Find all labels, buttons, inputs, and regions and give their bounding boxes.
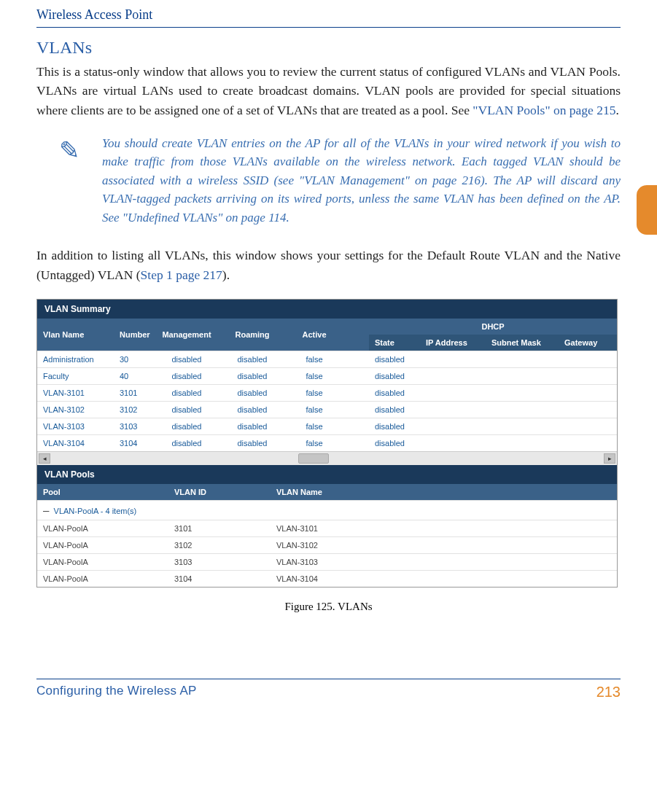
table-row[interactable]: VLAN-3104 3104 disabled disabled false d… [37, 434, 617, 451]
th-ip[interactable]: IP Address [420, 335, 486, 351]
cell-roaming: disabled [219, 418, 285, 434]
cell-pool: VLAN-PoolA [37, 520, 168, 536]
cell-mgmt: disabled [154, 418, 219, 434]
pool-group-row[interactable]: — VLAN-PoolA - 4 item(s) [37, 500, 617, 520]
th-roaming[interactable]: Roaming [219, 319, 285, 351]
intro-link[interactable]: "VLAN Pools" on page 215 [473, 103, 615, 117]
th-number[interactable]: Number [114, 319, 154, 351]
cell-vlanname: VLAN-3103 [271, 553, 617, 570]
cell-active: false [285, 401, 343, 418]
pencil-icon: ✎ [36, 134, 102, 227]
vlan-screenshot: VLAN Summary Vlan Name Number Management… [36, 299, 618, 587]
vlan-pools-table: Pool VLAN ID VLAN Name — VLAN-PoolA - 4 … [37, 484, 617, 587]
figure-caption: Figure 125. VLANs [36, 601, 621, 613]
cell-gateway [559, 384, 617, 401]
cell-gateway [559, 401, 617, 418]
table-row[interactable]: Administration 30 disabled disabled fals… [37, 351, 617, 367]
running-header: Wireless Access Point [36, 7, 621, 23]
scrollbar-left-arrow-icon[interactable]: ◂ [39, 453, 50, 464]
th-management[interactable]: Management [154, 319, 219, 351]
cell-active: false [285, 384, 343, 401]
cell-subnet [486, 367, 559, 384]
cell-active: false [285, 434, 343, 451]
th-poolname[interactable]: VLAN Name [271, 484, 617, 501]
note-block: ✎ You should create VLAN entries on the … [36, 134, 621, 227]
table-row[interactable]: VLAN-3101 3101 disabled disabled false d… [37, 384, 617, 401]
cell-mgmt: disabled [154, 367, 219, 384]
cell-name: VLAN-3101 [37, 384, 114, 401]
cell-vlanid: 3101 [168, 520, 271, 536]
table-row[interactable]: VLAN-3103 3103 disabled disabled false d… [37, 418, 617, 434]
cell-name: VLAN-3103 [37, 418, 114, 434]
middle-link[interactable]: Step 1 page 217 [141, 268, 222, 282]
cell-roaming: disabled [219, 367, 285, 384]
scrollbar-thumb[interactable] [298, 453, 329, 464]
intro-text-post: . [615, 103, 618, 117]
cell-number: 3101 [114, 384, 154, 401]
cell-gateway [559, 418, 617, 434]
middle-text-pre: In addition to listing all VLANs, this w… [36, 248, 621, 281]
cell-spacer [343, 401, 369, 418]
cell-vlanname: VLAN-3102 [271, 536, 617, 553]
cell-gateway [559, 367, 617, 384]
cell-number: 40 [114, 367, 154, 384]
cell-active: false [285, 351, 343, 367]
cell-subnet [486, 401, 559, 418]
cell-subnet [486, 351, 559, 367]
cell-gateway [559, 351, 617, 367]
note-text: You should create VLAN entries on the AP… [102, 134, 621, 227]
cell-state: disabled [369, 401, 420, 418]
cell-spacer [343, 351, 369, 367]
cell-roaming: disabled [219, 434, 285, 451]
middle-text-post: ). [222, 268, 230, 282]
cell-spacer [343, 434, 369, 451]
cell-pool: VLAN-PoolA [37, 570, 168, 587]
cell-number: 3103 [114, 418, 154, 434]
cell-ip [420, 401, 486, 418]
cell-state: disabled [369, 418, 420, 434]
cell-number: 3102 [114, 401, 154, 418]
footer-section-name: Configuring the Wireless AP [36, 684, 197, 700]
table-row[interactable]: VLAN-PoolA 3104 VLAN-3104 [37, 570, 617, 587]
cell-vlanid: 3102 [168, 536, 271, 553]
side-tab [637, 185, 657, 235]
cell-subnet [486, 418, 559, 434]
table-row[interactable]: Faculty 40 disabled disabled false disab… [37, 367, 617, 384]
cell-gateway [559, 434, 617, 451]
th-vlanid[interactable]: VLAN ID [168, 484, 271, 501]
cell-ip [420, 384, 486, 401]
th-gateway[interactable]: Gateway [559, 335, 617, 351]
th-dhcp[interactable]: DHCP [369, 319, 617, 335]
cell-mgmt: disabled [154, 384, 219, 401]
middle-paragraph: In addition to listing all VLANs, this w… [36, 246, 621, 284]
intro-paragraph: This is a status-only window that allows… [36, 62, 621, 120]
cell-spacer [343, 384, 369, 401]
th-subnet[interactable]: Subnet Mask [486, 335, 559, 351]
th-state[interactable]: State [369, 335, 420, 351]
cell-spacer [343, 367, 369, 384]
cell-state: disabled [369, 351, 420, 367]
cell-state: disabled [369, 434, 420, 451]
cell-state: disabled [369, 384, 420, 401]
cell-roaming: disabled [219, 384, 285, 401]
table-row[interactable]: VLAN-PoolA 3102 VLAN-3102 [37, 536, 617, 553]
table-row[interactable]: VLAN-PoolA 3103 VLAN-3103 [37, 553, 617, 570]
cell-name: Administration [37, 351, 114, 367]
th-active[interactable]: Active [285, 319, 343, 351]
cell-name: VLAN-3104 [37, 434, 114, 451]
horizontal-scrollbar[interactable]: ◂ ▸ [37, 451, 617, 465]
th-vlan-name[interactable]: Vlan Name [37, 319, 114, 351]
th-pool[interactable]: Pool [37, 484, 168, 501]
cell-state: disabled [369, 367, 420, 384]
vlan-pools-title: VLAN Pools [37, 465, 617, 484]
vlan-summary-title: VLAN Summary [37, 300, 617, 319]
cell-active: false [285, 367, 343, 384]
footer: Configuring the Wireless AP 213 [36, 679, 621, 700]
cell-ip [420, 434, 486, 451]
table-row[interactable]: VLAN-3102 3102 disabled disabled false d… [37, 401, 617, 418]
cell-mgmt: disabled [154, 401, 219, 418]
cell-ip [420, 367, 486, 384]
table-row[interactable]: VLAN-PoolA 3101 VLAN-3101 [37, 520, 617, 536]
scrollbar-right-arrow-icon[interactable]: ▸ [604, 453, 615, 464]
collapse-icon[interactable]: — [43, 504, 49, 516]
